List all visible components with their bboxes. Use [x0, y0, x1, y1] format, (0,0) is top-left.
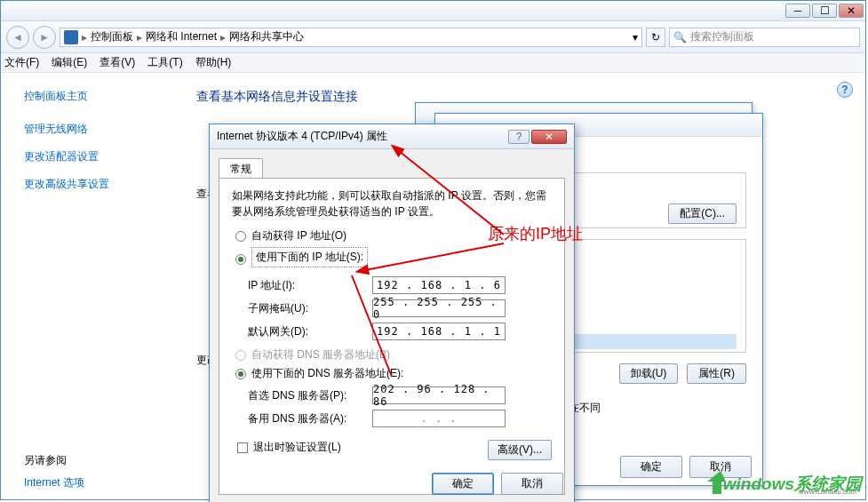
dialog-help-button[interactable]: ?	[508, 130, 530, 144]
ok-button[interactable]: 确定	[432, 473, 494, 495]
radio-auto-dns: 自动获得 DNS 服务器地址(B)	[235, 347, 552, 363]
menu-edit[interactable]: 编辑(E)	[52, 55, 87, 70]
menu-view[interactable]: 查看(V)	[100, 55, 135, 70]
sidebar: 控制面板主页 管理无线网络 更改适配器设置 更改高级共享设置	[1, 73, 179, 499]
radio-icon	[235, 350, 246, 361]
cp-icon	[64, 30, 78, 44]
radio-auto-ip-label: 自动获得 IP 地址(O)	[251, 228, 346, 243]
ip-label: IP 地址(I):	[248, 278, 372, 293]
help-icon[interactable]: ?	[837, 82, 853, 98]
maximize-button[interactable]: ☐	[812, 4, 837, 18]
annotation-text: 原来的IP地址	[488, 223, 583, 244]
dialog-titlebar: Internet 协议版本 4 (TCP/IPv4) 属性 ? ✕	[210, 124, 574, 149]
dropdown-icon[interactable]: ▾	[633, 31, 638, 44]
dns2-input[interactable]: . . .	[372, 410, 506, 427]
radio-manual-dns-label: 使用下面的 DNS 服务器地址(E):	[251, 366, 403, 381]
titlebar: ─ ☐ ✕	[1, 1, 865, 21]
validate-label: 退出时验证设置(L)	[253, 440, 341, 455]
refresh-button[interactable]: ↻	[646, 28, 665, 47]
radio-icon	[235, 254, 246, 265]
radio-icon	[235, 369, 246, 379]
intro-text: 如果网络支持此功能，则可以获取自动指派的 IP 设置。否则，您需要从网络系统管理…	[232, 187, 552, 219]
see-also-header: 另请参阅	[24, 453, 84, 468]
menu-help[interactable]: 帮助(H)	[195, 55, 232, 70]
menu-file[interactable]: 文件(F)	[4, 55, 39, 70]
crumb-0[interactable]: 控制面板	[91, 29, 133, 44]
crumb-2[interactable]: 网络和共享中心	[229, 29, 304, 44]
dns2-label: 备用 DNS 服务器(A):	[248, 411, 372, 426]
advanced-button[interactable]: 高级(V)...	[488, 440, 552, 460]
sidebar-link-2[interactable]: 更改高级共享设置	[24, 177, 179, 192]
see-also: 另请参阅 Internet 选项	[24, 453, 84, 490]
radio-manual-dns[interactable]: 使用下面的 DNS 服务器地址(E):	[235, 366, 552, 381]
bg-ok-button[interactable]: 确定	[620, 456, 682, 478]
menu-tools[interactable]: 工具(T)	[147, 55, 182, 70]
sidebar-home[interactable]: 控制面板主页	[24, 89, 179, 104]
bg-props-button[interactable]: 属性(R)	[687, 363, 746, 384]
subnet-mask-input[interactable]: 255 . 255 . 255 . 0	[372, 299, 506, 317]
search-placeholder: 搜索控制面板	[690, 29, 754, 44]
dialog-close-button[interactable]: ✕	[531, 130, 567, 144]
cancel-button[interactable]: 取消	[501, 473, 563, 495]
checkbox-icon	[237, 442, 248, 453]
address-bar[interactable]: ▸ 控制面板 ▸ 网络和 Internet ▸ 网络和共享中心 ▾	[60, 28, 642, 47]
radio-manual-ip[interactable]: 使用下面的 IP 地址(S):	[235, 247, 552, 271]
watermark-url: www.rushaifu.com	[799, 488, 856, 496]
ip-address-input[interactable]: 192 . 168 . 1 . 6	[372, 276, 506, 294]
dialog-title: Internet 协议版本 4 (TCP/IPv4) 属性	[217, 129, 387, 144]
search-icon: 🔍	[673, 31, 687, 44]
radio-auto-dns-label: 自动获得 DNS 服务器地址(B)	[251, 347, 390, 363]
crumb-sep: ▸	[82, 31, 87, 44]
explorer-window: ─ ☐ ✕ ◄ ► ▸ 控制面板 ▸ 网络和 Internet ▸ 网络和共享中…	[0, 0, 866, 500]
dns1-input[interactable]: 202 . 96 . 128 . 86	[372, 386, 506, 404]
crumb-1[interactable]: 网络和 Internet	[146, 29, 217, 44]
ipv4-properties-dialog: Internet 协议版本 4 (TCP/IPv4) 属性 ? ✕ 常规 如果网…	[209, 124, 575, 502]
back-button[interactable]: ◄	[6, 26, 29, 49]
mask-label: 子网掩码(U):	[248, 301, 372, 316]
search-input[interactable]: 🔍 搜索控制面板	[669, 28, 860, 47]
radio-manual-ip-label: 使用下面的 IP 地址(S):	[251, 247, 368, 267]
close-button[interactable]: ✕	[839, 4, 864, 18]
config-button[interactable]: 配置(C)...	[668, 203, 737, 224]
house-icon	[707, 471, 734, 496]
dns1-label: 首选 DNS 服务器(P):	[248, 388, 372, 403]
nav-bar: ◄ ► ▸ 控制面板 ▸ 网络和 Internet ▸ 网络和共享中心 ▾ ↻ …	[1, 21, 865, 53]
forward-button[interactable]: ►	[33, 26, 56, 49]
minimize-button[interactable]: ─	[785, 4, 810, 18]
sidebar-link-1[interactable]: 更改适配器设置	[24, 149, 179, 164]
menu-bar: 文件(F) 编辑(E) 查看(V) 工具(T) 帮助(H)	[1, 53, 865, 73]
gateway-label: 默认网关(D):	[248, 324, 372, 339]
tab-general[interactable]: 常规	[219, 158, 263, 178]
sidebar-link-0[interactable]: 管理无线网络	[24, 122, 179, 137]
radio-icon	[235, 231, 246, 242]
uninstall-button[interactable]: 卸载(U)	[619, 363, 679, 384]
watermark: windows系统家园 www.rushaifu.com	[707, 471, 862, 496]
see-also-link[interactable]: Internet 选项	[24, 476, 84, 489]
gateway-input[interactable]: 192 . 168 . 1 . 1	[372, 323, 506, 340]
